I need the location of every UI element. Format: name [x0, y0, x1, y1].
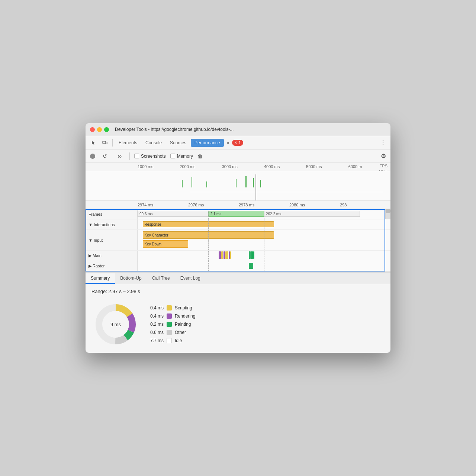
response-label: Response [145, 222, 161, 226]
error-badge[interactable]: ✕ 1 [232, 140, 243, 146]
bottom-tabs: Summary Bottom-Up Call Tree Event Log [86, 273, 390, 284]
bottom-panel: Summary Bottom-Up Call Tree Event Log Ra… [86, 273, 390, 353]
donut-chart: 9 ms [91, 300, 140, 348]
toolbar-separator-1 [112, 139, 113, 147]
legend-painting: 0.2 ms Painting [149, 322, 195, 327]
raster-block [249, 263, 253, 269]
legend-scripting: 0.4 ms Scripting [149, 305, 195, 311]
interactions-dashed-2 [264, 219, 264, 229]
tab-elements[interactable]: Elements [115, 139, 141, 147]
tracks-area: Frames 99.6 ms 2.1 ms 262.2 ms [86, 209, 390, 271]
legend-idle: 7.7 ms Idle [149, 338, 195, 343]
summary-body: 9 ms 0.4 ms Scripting 0.4 ms Rendering [91, 300, 385, 348]
fps-cpu-area [86, 171, 390, 201]
tab-performance[interactable]: Performance [191, 139, 224, 147]
main-label: ▶ Main [89, 253, 102, 258]
clear-button[interactable]: ⊘ [115, 151, 125, 161]
trash-button[interactable]: 🗑 [197, 153, 203, 159]
main-block-yellow-3 [230, 251, 231, 259]
donut-center-label: 9 ms [110, 322, 121, 327]
tab-summary[interactable]: Summary [86, 273, 115, 284]
ruler-bottom-298: 298 [340, 203, 390, 207]
svg-rect-1 [106, 142, 107, 144]
track-content-interactions[interactable]: Response [138, 219, 390, 229]
scrollbar[interactable] [385, 209, 390, 219]
fps-bar-4 [236, 179, 237, 187]
timeline-ruler-top: 1000 ms 2000 ms 3000 ms 4000 ms 5000 ms … [86, 163, 390, 171]
track-row-main: ▶ Main [86, 251, 390, 261]
fps-bar-2 [192, 177, 192, 187]
legend: 0.4 ms Scripting 0.4 ms Rendering 0.2 ms… [149, 305, 195, 343]
main-blocks-2 [249, 251, 254, 259]
memory-checkbox-group[interactable]: Memory [170, 154, 193, 159]
minimize-button[interactable] [97, 127, 102, 132]
cursor-icon[interactable] [89, 138, 99, 148]
device-toggle-icon[interactable] [100, 138, 110, 148]
perf-toolbar: ↺ ⊘ Screenshots Memory 🗑 ⚙ [86, 149, 390, 163]
track-content-main[interactable] [138, 251, 390, 261]
error-x-icon: ✕ [234, 141, 237, 145]
tab-console[interactable]: Console [142, 139, 165, 147]
frame-value-3: 262.2 ms [266, 212, 281, 216]
scripting-swatch [167, 305, 172, 311]
other-label: Other [175, 330, 186, 335]
raster-dashed-1 [208, 261, 209, 271]
legend-other: 0.6 ms Other [149, 330, 195, 335]
raster-label: ▶ Raster [89, 264, 104, 268]
timeline-cursor [255, 174, 256, 200]
tab-event-log[interactable]: Event Log [175, 273, 206, 284]
track-row-frames: Frames 99.6 ms 2.1 ms 262.2 ms [86, 209, 390, 219]
main-block-green-2 [251, 251, 253, 259]
fps-bar-1 [182, 180, 183, 187]
frames-label: Frames [89, 212, 102, 216]
summary-content: Range: 2.97 s – 2.98 s [86, 284, 390, 353]
cpu-baseline [190, 192, 383, 192]
dashed-line-2 [264, 209, 264, 219]
rendering-label: Rendering [175, 313, 195, 319]
track-row-input: ▼ Input Key Character Key Down [86, 230, 390, 251]
reload-record-button[interactable]: ↺ [100, 151, 110, 161]
memory-checkbox[interactable] [170, 154, 175, 158]
ruler-label-5000: 5000 ms [306, 164, 348, 169]
key-down-bar[interactable]: Key Down [143, 240, 188, 248]
window-title: Developer Tools - https://googlechrome.g… [115, 127, 234, 132]
maximize-button[interactable] [104, 127, 109, 132]
devtools-window: Developer Tools - https://googlechrome.g… [86, 123, 390, 353]
fps-bars [138, 171, 383, 200]
track-label-interactions: ▼ Interactions [86, 219, 138, 229]
record-button[interactable] [90, 154, 95, 159]
error-count: 1 [238, 141, 241, 145]
input-dashed-2 [264, 230, 264, 250]
track-content-frames[interactable]: 99.6 ms 2.1 ms 262.2 ms [138, 209, 390, 219]
painting-label: Painting [175, 322, 191, 327]
range-text: Range: 2.97 s – 2.98 s [91, 289, 385, 294]
main-block-purple-1 [219, 251, 221, 259]
track-content-raster[interactable] [138, 261, 390, 271]
tab-sources[interactable]: Sources [166, 139, 190, 147]
fps-bar-3 [206, 181, 207, 187]
tracks-wrapper: Frames 99.6 ms 2.1 ms 262.2 ms [86, 209, 390, 271]
tab-call-tree[interactable]: Call Tree [147, 273, 175, 284]
idle-swatch [167, 338, 172, 343]
scrollbar-thumb[interactable] [386, 209, 390, 213]
interactions-dashed-1 [208, 219, 209, 229]
more-menu-button[interactable]: ⋮ [379, 138, 387, 148]
traffic-lights [90, 127, 109, 132]
main-block-purple-3 [229, 251, 230, 259]
more-tabs-button[interactable]: » [225, 139, 232, 147]
tab-bottom-up[interactable]: Bottom-Up [115, 273, 147, 284]
track-row-interactions: ▼ Interactions Response [86, 219, 390, 230]
svg-rect-0 [103, 141, 106, 144]
close-button[interactable] [90, 127, 95, 132]
screenshots-checkbox-group[interactable]: Screenshots [134, 154, 166, 159]
fps-bar-6 [253, 178, 254, 187]
ruler-bottom-2978: 2978 ms [239, 203, 289, 207]
fps-bar-5 [245, 176, 247, 187]
interactions-label: ▼ Interactions [89, 222, 115, 227]
frame-value-1: 99.6 ms [139, 212, 153, 216]
screenshots-checkbox[interactable] [134, 154, 139, 158]
ruler-labels-container: 1000 ms 2000 ms 3000 ms 4000 ms 5000 ms … [86, 164, 390, 169]
frame-bar-3: 262.2 ms [264, 211, 360, 217]
track-content-input[interactable]: Key Character Key Down [138, 230, 390, 250]
settings-button[interactable]: ⚙ [381, 152, 386, 160]
